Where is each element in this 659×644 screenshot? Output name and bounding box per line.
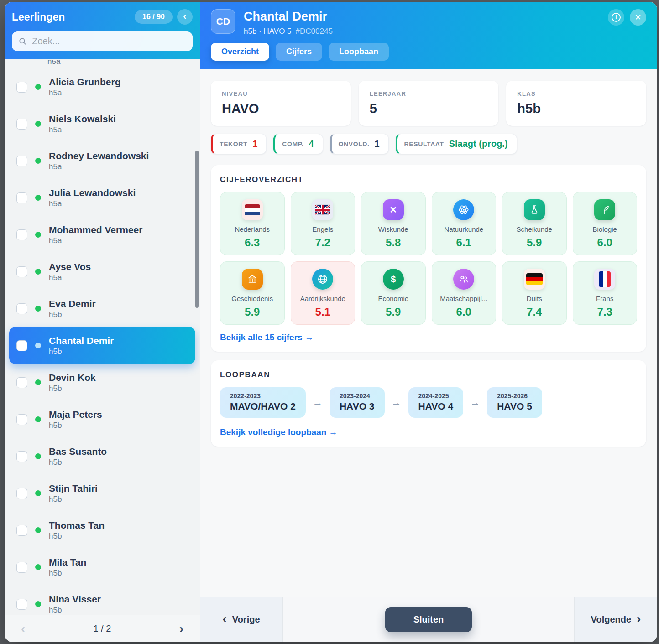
subject-grade-tile[interactable]: Geschiedenis 5.9	[220, 261, 285, 325]
multiply-icon: ✕	[383, 199, 404, 220]
avatar: CD	[211, 9, 235, 34]
subject-name: Frans	[576, 295, 634, 302]
career-timeline: 2022-2023 MAVO/HAVO 2 → 2023-2024 HAVO 3…	[220, 387, 637, 418]
student-list-item[interactable]: Julia Lewandowski h5a	[9, 179, 195, 216]
student-class: h5b	[49, 421, 102, 430]
globe-icon	[312, 269, 333, 290]
bank-icon	[242, 269, 263, 290]
student-list: h5a Alicia Grunberg h5a Niels Kowalski h…	[5, 59, 200, 615]
subject-grade-tile[interactable]: Engels 7.2	[291, 192, 356, 255]
subject-grade-tile[interactable]: Frans 7.3	[573, 261, 638, 325]
student-name: Rodney Lewandowski	[49, 150, 149, 161]
summary-card-label: LEERJAAR	[370, 90, 488, 97]
info-button[interactable]: i	[608, 9, 624, 26]
student-checkbox[interactable]	[16, 451, 27, 462]
subject-grade-tile[interactable]: Scheikunde 5.9	[502, 192, 567, 255]
previous-label: Vorige	[232, 614, 260, 625]
status-dot-icon	[35, 84, 41, 90]
subject-grade-tile[interactable]: Nederlands 6.3	[220, 192, 285, 255]
student-checkbox[interactable]	[16, 562, 27, 573]
summary-card-label: NIVEAU	[222, 90, 340, 97]
close-button[interactable]: ✕	[630, 9, 646, 26]
student-list-item[interactable]: Mohammed Vermeer h5a	[9, 216, 195, 253]
subject-grade-tile[interactable]: Aardrijkskunde 5.1	[291, 261, 356, 325]
subject-name: Natuurkunde	[435, 225, 493, 233]
subject-grade: 5.1	[294, 306, 352, 318]
student-list-item[interactable]: Niels Kowalski h5a	[9, 105, 195, 142]
status-dot-icon	[35, 121, 41, 127]
student-checkbox[interactable]	[16, 340, 27, 351]
student-checkbox[interactable]	[16, 156, 27, 166]
student-list-item[interactable]: Alicia Grunberg h5a	[9, 68, 195, 105]
pagination-prev-button[interactable]: ‹	[21, 623, 25, 635]
student-checkbox[interactable]	[16, 414, 27, 425]
student-list-item[interactable]: Bas Susanto h5b	[9, 438, 195, 475]
subject-grade: 6.0	[576, 236, 634, 249]
subject-grade-tile[interactable]: Maatschappijl... 6.0	[432, 261, 497, 325]
summary-card: KLAS h5b	[506, 81, 646, 126]
next-student-button[interactable]: Volgende ›	[574, 597, 657, 642]
view-all-grades-link[interactable]: Bekijk alle 15 cijfers →	[220, 332, 314, 343]
subject-grade-tile[interactable]: Biologie 6.0	[573, 192, 638, 255]
tab-loopbaan[interactable]: Loopbaan	[329, 43, 389, 61]
status-pill-label: ONVOLD.	[339, 140, 370, 148]
partial-student-row: h5a	[5, 60, 200, 68]
status-pill: COMP. 4	[273, 134, 323, 154]
student-checkbox[interactable]	[16, 599, 27, 610]
student-list-item[interactable]: Thomas Tan h5b	[9, 512, 195, 549]
subject-grade-tile[interactable]: Natuurkunde 6.1	[432, 192, 497, 255]
summary-card-label: KLAS	[517, 90, 635, 97]
search-input[interactable]	[32, 36, 186, 47]
student-list-item[interactable]: Stijn Tahiri h5b	[9, 475, 195, 512]
student-list-item[interactable]: Chantal Demir h5b	[9, 327, 195, 364]
career-step: 2023-2024 HAVO 3	[330, 387, 385, 418]
student-name: Eva Demir	[49, 298, 96, 309]
student-class: h5b	[49, 532, 105, 541]
collapse-sidebar-button[interactable]: ‹	[177, 9, 193, 25]
student-name: Bas Susanto	[49, 446, 107, 457]
student-checkbox[interactable]	[16, 266, 27, 277]
subject-grade-tile[interactable]: $ Economie 5.9	[361, 261, 426, 325]
view-full-career-link[interactable]: Bekijk volledige loopbaan →	[220, 427, 338, 437]
student-class: h5b	[49, 384, 96, 393]
student-checkbox[interactable]	[16, 488, 27, 499]
list-scrollbar-thumb[interactable]	[195, 151, 199, 308]
sluiten-button[interactable]: Sluiten	[385, 607, 472, 632]
student-list-item[interactable]: Rodney Lewandowski h5a	[9, 142, 195, 179]
student-checkbox[interactable]	[16, 82, 27, 93]
student-list-item[interactable]: Eva Demir h5b	[9, 290, 195, 327]
subject-grade: 6.3	[223, 236, 282, 249]
student-list-item[interactable]: Nina Visser h5b	[9, 586, 195, 615]
next-label: Volgende	[591, 614, 632, 625]
sidebar-title: Leerlingen	[12, 11, 130, 23]
student-checkbox[interactable]	[16, 229, 27, 240]
student-list-item[interactable]: Ayse Vos h5a	[9, 253, 195, 290]
student-checkbox[interactable]	[16, 303, 27, 314]
student-list-item[interactable]: Mila Tan h5b	[9, 549, 195, 586]
status-pill: RESULTAAT Slaagt (prog.)	[396, 134, 517, 154]
subject-name: Biologie	[576, 225, 634, 233]
status-dot-icon	[35, 416, 41, 422]
tab-cijfers[interactable]: Cijfers	[276, 43, 322, 61]
subject-grade: 5.8	[364, 236, 423, 249]
status-pill: ONVOLD. 1	[330, 134, 389, 154]
subject-grade-tile[interactable]: ✕ Wiskunde 5.8	[361, 192, 426, 255]
student-list-item[interactable]: Maja Peters h5b	[9, 401, 195, 438]
pagination-next-button[interactable]: ›	[179, 623, 183, 635]
career-step-name: HAVO 3	[340, 401, 375, 412]
student-class: h5a	[49, 273, 91, 282]
student-checkbox[interactable]	[16, 119, 27, 130]
subject-grade: 7.2	[294, 236, 352, 249]
subject-grade-tile[interactable]: Duits 7.4	[502, 261, 567, 325]
student-class: h5a	[49, 199, 136, 208]
student-list-item[interactable]: Devin Kok h5b	[9, 364, 195, 401]
student-checkbox[interactable]	[16, 192, 27, 203]
class-level-label: h5b · HAVO 5	[244, 27, 292, 36]
student-checkbox[interactable]	[16, 377, 27, 388]
student-checkbox[interactable]	[16, 525, 27, 536]
tab-overzicht[interactable]: Overzicht	[211, 43, 269, 61]
subject-name: Wiskunde	[364, 225, 423, 233]
summary-card-value: h5b	[517, 101, 635, 116]
status-dot-icon	[35, 601, 41, 607]
previous-student-button[interactable]: ‹ Vorige	[200, 597, 283, 642]
